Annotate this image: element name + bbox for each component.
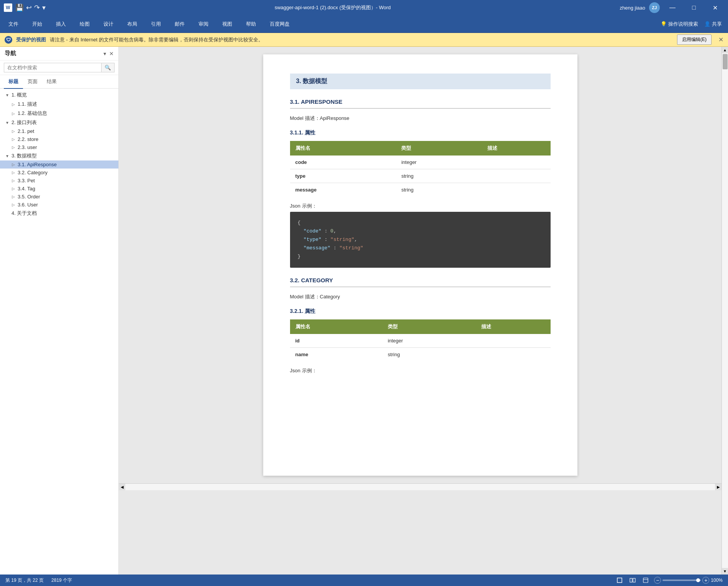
tree-item-t33[interactable]: ▷ 3.3. Pet [0,177,118,185]
scroll-left-btn[interactable]: ◀ [119,484,125,490]
tab-page[interactable]: 页面 [23,75,42,89]
scroll-track-v[interactable] [722,53,728,568]
tree-item-t3[interactable]: ▼ 3. 数据模型 [0,151,118,160]
close-protected-bar-btn[interactable]: ✕ [718,36,723,43]
tree-toggle-t21: ▷ [11,129,16,134]
zoom-minus-btn[interactable]: − [654,577,661,584]
tab-title[interactable]: 标题 [4,75,23,89]
horizontal-scrollbar[interactable]: ◀ ▶ [119,483,721,490]
prop-name-code: code [290,156,396,169]
scroll-right-btn[interactable]: ▶ [715,484,721,490]
tree-item-t32[interactable]: ▷ 3.2. Category [0,169,118,177]
ribbon-tab-draw[interactable]: 绘图 [77,19,92,29]
tree-item-t31[interactable]: ▷ 3.1. ApiResponse [0,160,118,169]
prop-type-id: integer [382,334,476,348]
tree-item-t12[interactable]: ▷ 1.2. 基础信息 [0,109,118,118]
search-btn[interactable]: 🔍 [102,63,115,72]
tree-toggle-t1: ▼ [5,92,10,98]
reading-view-btn[interactable] [628,576,637,585]
print-layout-btn[interactable] [615,576,624,585]
user-avatar[interactable]: ZJ [649,2,660,13]
ribbon-tab-file[interactable]: 文件 [6,19,21,29]
tree-item-t11[interactable]: ▷ 1.1. 描述 [0,100,118,109]
statusbar: 第 19 页，共 22 页 2819 个字 − + 100% [0,575,728,586]
nav-tree: ▼ 1. 概览 ▷ 1.1. 描述 ▷ 1.2. 基础信息 ▼ 2. 接口列表 … [0,89,118,575]
ribbon-tab-view[interactable]: 视图 [220,19,234,29]
ribbon-tab-layout[interactable]: 布局 [125,19,139,29]
word-icon: W [4,3,12,12]
save-quick-btn[interactable]: 💾 [15,3,24,12]
redo-quick-btn[interactable]: ↷ [34,3,40,12]
search-operations-btn[interactable]: 💡 操作说明搜索 [661,21,698,28]
minimize-btn[interactable]: — [664,0,681,15]
quick-more-btn[interactable]: ▾ [42,3,46,12]
ribbon-tab-insert[interactable]: 插入 [54,19,68,29]
tab-results[interactable]: 结果 [42,75,61,89]
undo-quick-btn[interactable]: ↩ [26,3,32,12]
ribbon-tab-home[interactable]: 开始 [30,19,44,29]
th-name: 属性名 [290,141,396,156]
tree-toggle-t12: ▷ [11,111,16,116]
user-name: zheng jiaao [620,5,645,11]
tree-item-t22[interactable]: ▷ 2.2. store [0,135,118,143]
share-btn[interactable]: 👤 共享 [704,21,722,28]
zoom-controls: − + 100% [654,577,723,584]
sidebar-options-btn[interactable]: ▾ [103,51,106,57]
th-type: 类型 [396,141,482,156]
ribbon-tab-help[interactable]: 帮助 [244,19,258,29]
ribbon-tab-design[interactable]: 设计 [101,19,116,29]
tree-item-t23[interactable]: ▷ 2.3. user [0,143,118,151]
ribbon-tab-review[interactable]: 审阅 [196,19,211,29]
tree-item-t2[interactable]: ▼ 2. 接口列表 [0,118,118,127]
main-layout: 导航 ▾ ✕ 🔍 标题 页面 结果 ▼ 1. 概览 ▷ 1.1. 描述 [0,47,728,575]
titlebar: W 💾 ↩ ↷ ▾ swagger-api-word-1 (2).docx (受… [0,0,728,15]
scroll-track-h[interactable] [125,484,715,490]
vertical-scrollbar[interactable]: ▲ ▼ [721,47,728,575]
web-view-btn[interactable] [641,576,650,585]
content-area[interactable]: 3. 数据模型 3.1. APIRESPONSE Model 描述：ApiRes… [119,47,721,575]
tree-toggle-t3: ▼ [5,153,10,159]
sidebar-controls: ▾ ✕ [103,51,114,57]
close-btn[interactable]: ✕ [707,0,724,15]
titlebar-left: W 💾 ↩ ↷ ▾ [4,3,46,12]
sidebar-title: 导航 [5,50,16,57]
tree-item-t34[interactable]: ▷ 3.4. Tag [0,185,118,193]
prop-name-id: id [290,334,382,348]
zoom-slider[interactable] [662,579,701,581]
enable-editing-btn[interactable]: 启用编辑(E) [677,34,712,45]
ribbon-tab-mail[interactable]: 邮件 [172,19,187,29]
table-row: message string [290,183,551,197]
protected-bar: 🛡 受保护的视图 请注意 - 来自 Internet 的文件可能包含病毒。除非需… [0,33,728,47]
tree-toggle-t32: ▷ [11,170,16,175]
restore-btn[interactable]: □ [685,0,703,15]
section311-title: 3.1.1. 属性 [290,129,316,136]
tree-item-t21[interactable]: ▷ 2.1. pet [0,127,118,135]
table-row: name string [290,348,551,362]
prop-type-type: string [396,169,482,183]
prop-name-message: message [290,183,396,197]
json-label-321: Json 示例： [290,367,551,374]
scroll-down-btn[interactable]: ▼ [722,568,728,575]
ribbon-tab-refs[interactable]: 引用 [149,19,163,29]
prop-type-code: integer [396,156,482,169]
tree-item-t36[interactable]: ▷ 3.6. User [0,201,118,209]
tree-toggle-t2: ▼ [5,120,10,125]
ribbon-tab-baidu[interactable]: 百度网盘 [267,19,292,29]
tree-item-t4[interactable]: 4. 关于文档 [0,209,118,218]
scroll-up-btn[interactable]: ▲ [722,47,728,53]
tree-item-t35[interactable]: ▷ 3.5. Order [0,193,118,201]
th-desc-321: 描述 [476,319,551,334]
section32-model-desc: Model 描述：Category [290,293,551,300]
document-title: swagger-api-word-1 (2).docx (受保护的视图）- Wo… [275,4,391,11]
th-name-321: 属性名 [290,319,382,334]
tree-item-t1[interactable]: ▼ 1. 概览 [0,90,118,100]
sidebar-close-btn[interactable]: ✕ [109,51,114,57]
word-count: 2819 个字 [51,577,72,584]
share-icon: 👤 [704,21,710,27]
section3-heading: 3. 数据模型 [290,74,551,89]
zoom-plus-btn[interactable]: + [702,577,709,584]
print-layout-icon [617,577,623,583]
svg-rect-0 [617,578,622,583]
code-line-4: "message" : "string" [298,244,543,252]
search-input[interactable] [4,63,102,72]
